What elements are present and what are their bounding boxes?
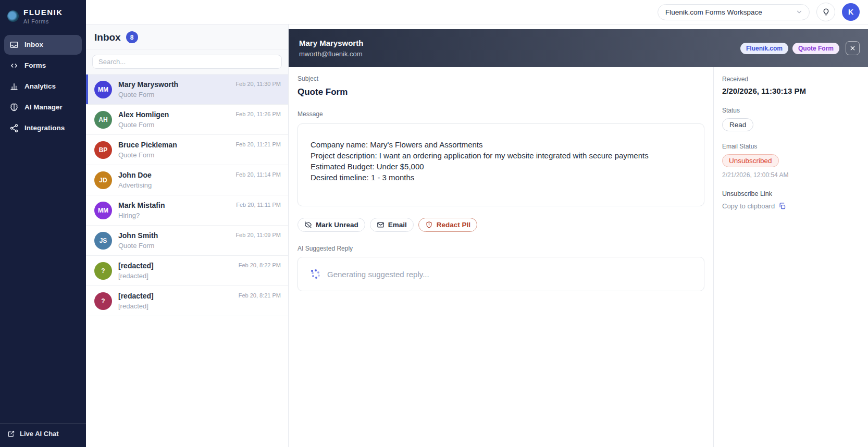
message-line: Desired timeline: 1 - 3 months: [311, 172, 691, 183]
copy-to-clipboard-button[interactable]: Copy to clipboard: [722, 202, 860, 210]
avatar: JD: [94, 171, 112, 189]
sidebar-footer: Live AI Chat: [0, 423, 86, 447]
inbox-icon: [9, 40, 19, 49]
external-link-icon: [7, 430, 15, 438]
live-ai-chat-label: Live AI Chat: [20, 430, 59, 438]
theme-toggle-button[interactable]: [816, 3, 835, 21]
sender-name: [redacted]: [118, 262, 154, 270]
live-ai-chat-link[interactable]: Live AI Chat: [7, 430, 79, 438]
form-name: Quote Form: [118, 151, 177, 159]
list-item[interactable]: MM Mark Mistafin Hiring? Feb 20, 11:11 P…: [86, 195, 288, 226]
email-status-label: Email Status: [722, 143, 860, 150]
list-item[interactable]: ? [redacted] [redacted] Feb 20, 8:21 PM: [86, 286, 288, 316]
email-label: Email: [388, 221, 407, 229]
message-box: Company name: Mary's Flowers and Assortm…: [297, 123, 704, 206]
sidebar-item-label: Analytics: [24, 82, 56, 90]
email-button[interactable]: Email: [370, 218, 414, 232]
chevron-down-icon: [796, 8, 803, 16]
avatar: MM: [94, 81, 112, 98]
redact-pii-button[interactable]: Redact PII: [418, 218, 477, 232]
domain-badge[interactable]: Fluenik.com: [740, 43, 788, 54]
detail-header: Mary Marysworth mworth@fluenik.com Fluen…: [289, 29, 868, 67]
workspace-selector[interactable]: Fluenik.com Forms Workspace: [658, 4, 810, 20]
list-item[interactable]: JS John Smith Quote Form Feb 20, 11:09 P…: [86, 226, 288, 256]
received-label: Received: [722, 76, 860, 83]
unread-count-badge: 8: [126, 31, 138, 43]
message-line: Project description: I want an ordering …: [311, 150, 691, 161]
subject-label: Subject: [297, 75, 704, 82]
message-line: Company name: Mary's Flowers and Assortm…: [311, 139, 691, 150]
close-icon: [849, 45, 856, 52]
timestamp: Feb 20, 11:14 PM: [235, 165, 281, 178]
form-badge[interactable]: Quote Form: [792, 43, 839, 54]
workspace-label: Fluenik.com Forms Workspace: [665, 8, 762, 16]
sidebar-item-integrations[interactable]: Integrations: [4, 118, 82, 138]
mark-unread-button[interactable]: Mark Unread: [297, 218, 365, 232]
inbox-header: Inbox 8: [86, 24, 288, 50]
mail-icon: [377, 221, 385, 229]
sidebar-item-label: Integrations: [24, 124, 65, 132]
unsubscribe-link-label: Unsubscribe Link: [722, 190, 860, 197]
sender-name: Bruce Pickleman: [118, 141, 177, 149]
user-avatar[interactable]: K: [842, 3, 860, 21]
search-input[interactable]: [92, 55, 282, 69]
sidebar-item-inbox[interactable]: Inbox: [4, 35, 82, 55]
redact-pii-label: Redact PII: [437, 221, 470, 229]
sidebar-nav: Inbox Forms Analytics AI Manager Integra…: [0, 35, 86, 138]
avatar: ?: [94, 292, 112, 310]
timestamp: Feb 20, 8:22 PM: [239, 256, 281, 268]
lightbulb-icon: [822, 8, 830, 17]
timestamp: Feb 20, 11:30 PM: [235, 74, 281, 87]
code-icon: [9, 61, 19, 70]
avatar: MM: [94, 202, 112, 219]
sidebar-item-analytics[interactable]: Analytics: [4, 77, 82, 96]
sidebar-item-ai-manager[interactable]: AI Manager: [4, 97, 82, 117]
list-item[interactable]: MM Mary Marysworth Quote Form Feb 20, 11…: [86, 74, 288, 105]
bar-chart-icon: [9, 82, 19, 91]
sender-name: Mark Mistafin: [118, 201, 165, 209]
shield-icon: [425, 221, 433, 229]
sender-name: John Doe: [118, 171, 152, 179]
form-name: Quote Form: [118, 242, 158, 250]
subject-value: Quote Form: [297, 87, 704, 97]
contact-email: mworth@fluenik.com: [299, 50, 363, 58]
meta-panel: Received 2/20/2026, 11:30:13 PM Status R…: [713, 67, 868, 447]
timestamp: Feb 20, 11:26 PM: [235, 105, 281, 117]
loading-spinner-icon: [311, 270, 320, 279]
app-logo: FLUENIK AI Forms: [0, 0, 86, 35]
sidebar-item-forms[interactable]: Forms: [4, 56, 82, 76]
form-name: Advertising: [118, 181, 152, 189]
form-name: [redacted]: [118, 272, 154, 280]
list-item[interactable]: BP Bruce Pickleman Quote Form Feb 20, 11…: [86, 135, 288, 165]
ai-reply-box: Generating suggested reply...: [297, 257, 704, 291]
sidebar-item-label: Inbox: [24, 41, 43, 48]
timestamp: Feb 20, 8:21 PM: [239, 286, 281, 299]
logo-icon: [7, 10, 19, 22]
email-status-time: 2/21/2026, 12:00:54 AM: [722, 171, 860, 179]
topbar: Fluenik.com Forms Workspace K: [86, 0, 868, 24]
inbox-list-pane: Inbox 8 MM Mary Marysworth Quote Form Fe…: [86, 24, 289, 447]
brand-subtitle: AI Forms: [23, 18, 63, 24]
avatar: ?: [94, 262, 112, 280]
list-item[interactable]: JD John Doe Advertising Feb 20, 11:14 PM: [86, 165, 288, 195]
close-button[interactable]: [846, 41, 860, 55]
list-item[interactable]: AH Alex Homligen Quote Form Feb 20, 11:2…: [86, 105, 288, 135]
brain-icon: [9, 103, 19, 112]
status-badge: Read: [722, 118, 753, 131]
email-status-badge: Unsubscribed: [722, 154, 779, 167]
status-label: Status: [722, 107, 860, 114]
timestamp: Feb 20, 11:11 PM: [236, 195, 281, 208]
avatar: BP: [94, 141, 112, 159]
form-name: Quote Form: [118, 121, 169, 129]
eye-off-icon: [304, 221, 312, 229]
mark-unread-label: Mark Unread: [316, 221, 358, 229]
list-item[interactable]: ? [redacted] [redacted] Feb 20, 8:22 PM: [86, 256, 288, 286]
sender-name: [redacted]: [118, 292, 154, 300]
message-line: Estimated Budget: Under $5,000: [311, 161, 691, 172]
detail-body: Subject Quote Form Message Company name:…: [289, 67, 713, 447]
timestamp: Feb 20, 11:09 PM: [235, 226, 281, 238]
form-name: [redacted]: [118, 302, 154, 310]
sender-name: Alex Homligen: [118, 110, 169, 119]
sender-name: John Smith: [118, 231, 158, 240]
copy-to-clipboard-label: Copy to clipboard: [722, 202, 775, 210]
